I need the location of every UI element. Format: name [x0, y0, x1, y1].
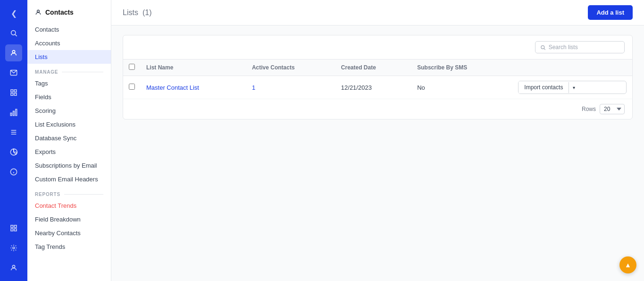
svg-point-23 — [37, 10, 40, 12]
dashboard-nav-icon[interactable] — [5, 84, 22, 101]
sidebar-item-nearby-contacts[interactable]: Nearby Contacts — [27, 226, 111, 240]
sidebar-item-subscriptions-by-email[interactable]: Subscriptions by Email — [27, 159, 111, 172]
settings-bottom-icon[interactable] — [5, 239, 22, 256]
table-row: Master Contact List 1 12/21/2023 No Impo… — [123, 76, 632, 99]
search-nav-icon[interactable] — [5, 25, 22, 42]
sidebar-item-lists[interactable]: Lists — [27, 50, 111, 64]
email-nav-icon[interactable] — [5, 64, 22, 81]
select-all-checkbox[interactable] — [129, 64, 135, 70]
svg-point-22 — [12, 265, 15, 268]
active-contacts-link[interactable]: 1 — [252, 84, 255, 91]
table-toolbar — [123, 35, 632, 60]
main-body: List Name Active Contacts Created Date S… — [111, 26, 644, 281]
upgrade-badge[interactable]: ▲ — [619, 256, 636, 273]
reports-section-label: REPORTS — [27, 186, 111, 199]
svg-point-0 — [11, 31, 16, 35]
add-list-button[interactable]: Add a list — [588, 5, 633, 20]
sidebar-item-fields[interactable]: Fields — [27, 90, 111, 104]
col-created-date: Created Date — [335, 60, 411, 76]
svg-rect-7 — [14, 93, 17, 95]
row-created-date-cell: 12/21/2023 — [335, 76, 411, 99]
sidebar-item-tag-trends[interactable]: Tag Trends — [27, 240, 111, 254]
svg-rect-19 — [11, 229, 13, 231]
svg-rect-5 — [14, 90, 17, 92]
import-btn-group: Import contacts ▾ — [518, 81, 627, 94]
select-all-col — [123, 60, 141, 76]
rows-control: Rows 20 50 100 — [123, 99, 632, 119]
row-checkbox-cell — [123, 76, 141, 99]
svg-point-24 — [541, 45, 544, 49]
svg-rect-17 — [11, 225, 13, 228]
row-actions-cell: Import contacts ▾ — [512, 76, 632, 99]
svg-rect-9 — [13, 111, 15, 115]
pie-nav-icon[interactable] — [5, 144, 22, 161]
sidebar: Contacts Contacts Accounts Lists MANAGE … — [27, 0, 111, 281]
lists-table: List Name Active Contacts Created Date S… — [123, 60, 632, 99]
list-nav-icon[interactable] — [5, 124, 22, 141]
sidebar-item-contacts[interactable]: Contacts — [27, 23, 111, 36]
chevron-left-icon[interactable]: ❮ — [5, 5, 22, 22]
svg-rect-6 — [11, 93, 13, 95]
import-contacts-button[interactable]: Import contacts — [519, 81, 569, 94]
bar-chart-nav-icon[interactable] — [5, 104, 22, 121]
col-active-contacts: Active Contacts — [246, 60, 335, 76]
svg-rect-10 — [16, 109, 17, 115]
manage-section-label: MANAGE — [27, 64, 111, 77]
sidebar-item-tags[interactable]: Tags — [27, 77, 111, 90]
sidebar-header: Contacts — [27, 7, 111, 23]
svg-line-25 — [544, 48, 545, 50]
col-actions — [512, 60, 632, 76]
svg-rect-20 — [14, 229, 17, 231]
sidebar-item-accounts[interactable]: Accounts — [27, 36, 111, 50]
sidebar-item-custom-email-headers[interactable]: Custom Email Headers — [27, 172, 111, 186]
sidebar-item-list-exclusions[interactable]: List Exclusions — [27, 118, 111, 131]
rows-per-page-select[interactable]: 20 50 100 — [600, 104, 625, 114]
list-name-link[interactable]: Master Contact List — [146, 84, 199, 91]
row-checkbox[interactable] — [129, 84, 135, 90]
page-title: Lists (1) — [123, 8, 151, 17]
sidebar-title: Contacts — [45, 9, 74, 16]
search-icon — [540, 44, 546, 51]
icon-rail: ❮ — [0, 0, 27, 281]
row-active-contacts-cell: 1 — [246, 76, 335, 99]
info-nav-icon[interactable] — [5, 163, 22, 180]
col-subscribe-by-sms: Subscribe By SMS — [411, 60, 512, 76]
svg-line-1 — [15, 34, 17, 36]
svg-rect-18 — [14, 225, 17, 228]
sidebar-item-contact-trends[interactable]: Contact Trends — [27, 199, 111, 213]
svg-rect-8 — [10, 113, 12, 115]
main-content: Lists (1) Add a list List Name — [111, 0, 644, 281]
grid-bottom-icon[interactable] — [5, 220, 22, 237]
svg-rect-4 — [11, 90, 13, 92]
profile-bottom-icon[interactable] — [5, 259, 22, 276]
svg-point-21 — [13, 247, 15, 249]
sidebar-item-exports[interactable]: Exports — [27, 145, 111, 159]
import-dropdown-button[interactable]: ▾ — [569, 82, 579, 93]
contacts-header-icon — [35, 9, 42, 16]
sidebar-item-scoring[interactable]: Scoring — [27, 104, 111, 118]
page-header: Lists (1) Add a list — [111, 0, 644, 26]
lists-table-container: List Name Active Contacts Created Date S… — [123, 35, 633, 119]
col-list-name: List Name — [141, 60, 246, 76]
row-subscribe-sms-cell: No — [411, 76, 512, 99]
search-lists-input[interactable] — [549, 44, 619, 51]
row-list-name-cell: Master Contact List — [141, 76, 246, 99]
rows-label: Rows — [582, 106, 596, 112]
sidebar-item-field-breakdown[interactable]: Field Breakdown — [27, 213, 111, 226]
table-header-row: List Name Active Contacts Created Date S… — [123, 60, 632, 76]
svg-point-2 — [12, 51, 15, 53]
sidebar-item-database-sync[interactable]: Database Sync — [27, 131, 111, 145]
search-box[interactable] — [535, 41, 625, 53]
contacts-nav-icon[interactable] — [5, 44, 22, 61]
